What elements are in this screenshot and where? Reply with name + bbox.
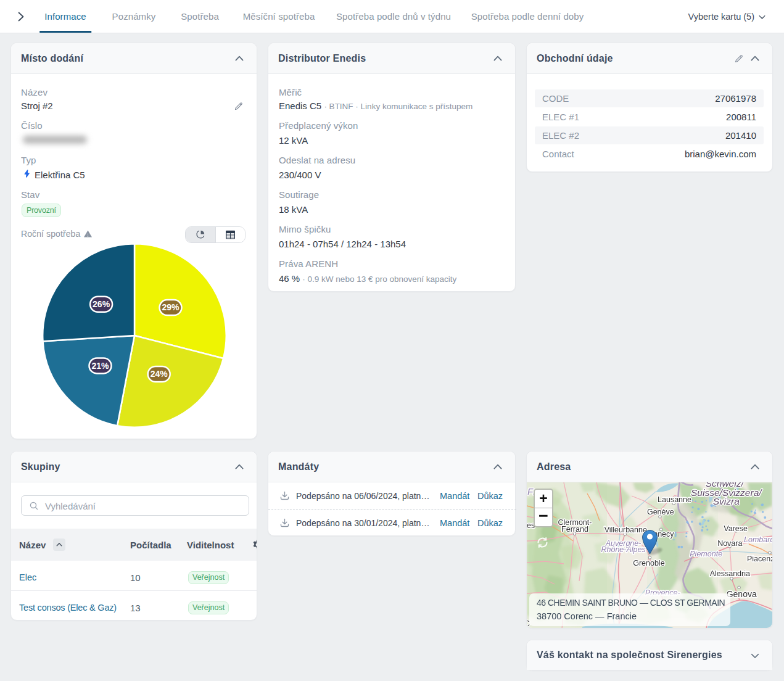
svg-text:Rhône-Alpes: Rhône-Alpes (601, 545, 645, 554)
svg-text:Svizra: Svizra (713, 496, 740, 506)
svg-text:26%: 26% (93, 299, 110, 309)
svg-text:Piacenza: Piacenza (747, 555, 772, 563)
svg-text:Varese: Varese (724, 524, 748, 533)
svg-text:Lausanne: Lausanne (658, 495, 691, 504)
svg-text:Villeurbanne: Villeurbanne (605, 526, 647, 534)
svg-text:Genova: Genova (727, 589, 757, 599)
svg-text:Novara: Novara (717, 539, 742, 548)
svg-text:Lombard: Lombard (744, 535, 772, 544)
svg-text:21%: 21% (91, 361, 109, 371)
svg-text:Piemonte: Piemonte (690, 550, 722, 558)
svg-text:24%: 24% (151, 369, 168, 379)
svg-text:Schweiz/: Schweiz/ (706, 482, 745, 489)
svg-text:29%: 29% (162, 302, 179, 312)
svg-text:Ferrand: Ferrand (561, 525, 588, 534)
svg-text:Grenoble: Grenoble (633, 559, 664, 568)
svg-text:Alessandria: Alessandria (710, 569, 750, 578)
svg-text:Genève: Genève (647, 508, 674, 516)
